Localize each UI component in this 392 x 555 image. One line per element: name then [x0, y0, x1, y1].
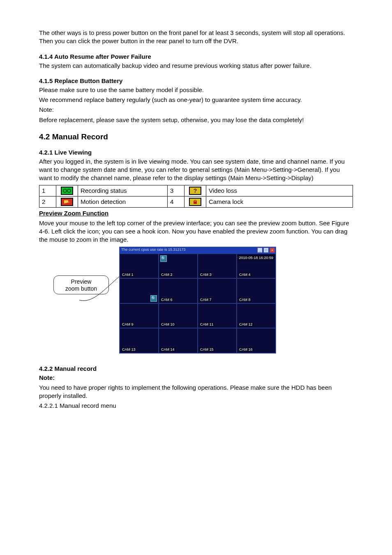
paragraph-text: Please make sure to use the same battery… [39, 86, 353, 94]
cam-cell-4[interactable]: CAM 4 [237, 254, 276, 279]
close-icon[interactable]: × [270, 247, 275, 253]
legend-label: Video loss [206, 185, 353, 196]
cam-cell-1[interactable]: CAM 1 [120, 254, 159, 279]
paragraph-text: Before replacement, please save the syst… [39, 116, 353, 124]
legend-table: 1 Recording status 3 ? Video loss [39, 185, 353, 208]
legend-num: 4 [168, 196, 184, 207]
camera-grid: CAM 1 🔍 CAM 2 CAM 3 CAM 4 🔍 CAM 6 CAM 7 … [120, 254, 276, 353]
paragraph-text: Note: [39, 106, 353, 114]
preview-screenshot: The current cpus use rate is 15.312173 _… [119, 247, 276, 354]
legend-label: Camera lock [206, 196, 353, 207]
heading-4-1-5: 4.1.5 Replace Button Battery [39, 77, 353, 84]
motion-detection-icon [56, 196, 78, 207]
table-row: 1 Recording status 3 ? Video loss [39, 185, 353, 196]
titlebar-text: The current cpus use rate is 15.312173 [121, 247, 186, 252]
heading-4-2-2: 4.2.2 Manual record [39, 365, 353, 372]
cam-cell-9[interactable]: CAM 9 [120, 303, 159, 328]
legend-num: 1 [39, 185, 56, 196]
legend-num: 2 [39, 196, 56, 207]
paragraph-text: The other ways is to press power button … [39, 29, 353, 46]
legend-num: 3 [168, 185, 184, 196]
zoom-cursor-icon[interactable]: 🔍 [150, 295, 157, 302]
cam-cell-16[interactable]: CAM 16 [237, 328, 276, 353]
cam-cell-15[interactable]: CAM 15 [198, 328, 237, 353]
cam-cell-14[interactable]: CAM 14 [159, 328, 198, 353]
table-row: 2 Motion detection 4 Camera lock [39, 196, 353, 207]
window-titlebar: The current cpus use rate is 15.312173 _… [120, 247, 276, 254]
paragraph-text: The system can automatically backup vide… [39, 62, 353, 70]
cam-cell-11[interactable]: CAM 11 [198, 303, 237, 328]
cam-cell-12[interactable]: CAM 12 [237, 303, 276, 328]
callout-line1: Preview [71, 278, 92, 285]
heading-4-2-2-1: 4.2.2.1 Manual record menu [39, 402, 353, 410]
heading-4-2: 4.2 Manual Record [39, 132, 353, 141]
cam-cell-8[interactable]: CAM 8 [237, 278, 276, 303]
heading-4-2-1: 4.2.1 Live Viewing [39, 149, 353, 156]
paragraph-text: You need to have proper rights to implem… [39, 384, 353, 400]
paragraph-text: Move your mouse to the left top corner o… [39, 219, 353, 244]
legend-label: Motion detection [78, 196, 168, 207]
cam-cell-5[interactable]: 🔍 [120, 278, 159, 303]
paragraph-text: We recommend replace battery regularly (… [39, 96, 353, 104]
cam-cell-3[interactable]: CAM 3 [198, 254, 237, 279]
paragraph-text: After you logged in, the system is in li… [39, 157, 353, 183]
heading-4-1-4: 4.1.4 Auto Resume after Power Failure [39, 53, 353, 60]
cam-cell-13[interactable]: CAM 13 [120, 328, 159, 353]
svg-rect-11 [194, 201, 197, 204]
note-label: Note: [39, 374, 353, 382]
svg-text:?: ? [194, 187, 197, 194]
cam-cell-2[interactable]: 🔍 CAM 2 [159, 254, 198, 279]
cam-cell-7[interactable]: CAM 7 [198, 278, 237, 303]
cam-cell-10[interactable]: CAM 10 [159, 303, 198, 328]
cam-cell-6[interactable]: CAM 6 [159, 278, 198, 303]
legend-label: Recording status [78, 185, 168, 196]
maximize-icon[interactable]: □ [263, 247, 269, 253]
zoom-icon[interactable]: 🔍 [160, 255, 167, 262]
preview-zoom-heading: Preview Zoom Function [39, 209, 353, 217]
minimize-icon[interactable]: _ [257, 247, 263, 253]
figure-4-6: Preview zoom button The current cpus use… [39, 247, 353, 354]
video-loss-icon: ? [184, 185, 206, 196]
camera-lock-icon [184, 196, 206, 207]
recording-status-icon [56, 185, 78, 196]
